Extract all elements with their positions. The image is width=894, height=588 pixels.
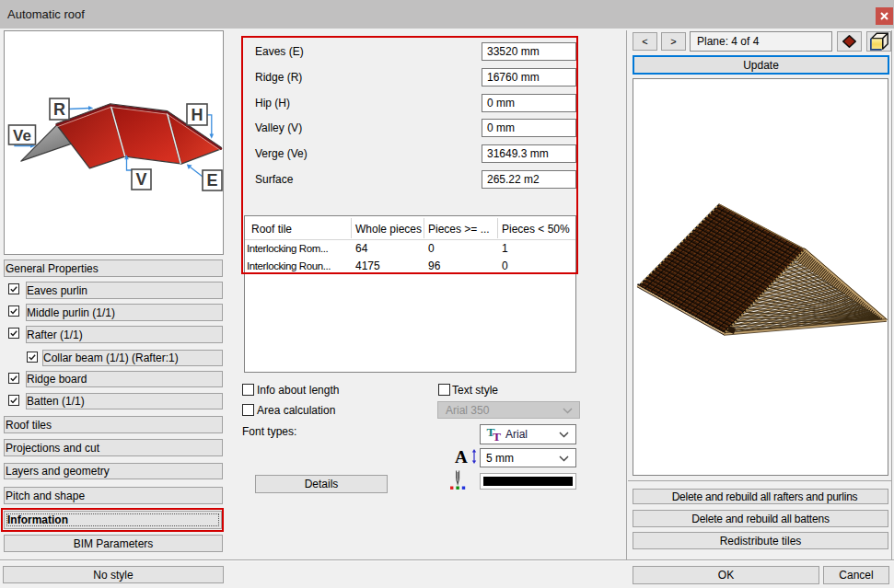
svg-text:E: E [206,171,217,190]
svg-text:Ve: Ve [13,127,31,144]
svg-text:V: V [135,170,146,189]
svg-text:T: T [493,430,501,442]
svg-text:H: H [192,106,203,124]
svg-text:R: R [53,100,65,119]
